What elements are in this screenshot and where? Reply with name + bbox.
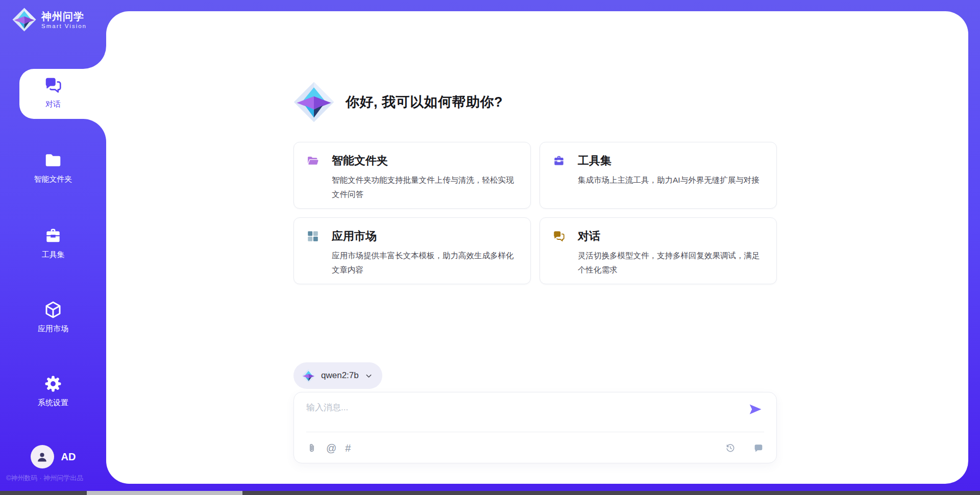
attach-file-button[interactable] xyxy=(306,442,317,454)
tab-fillet-bottom xyxy=(83,119,106,142)
history-icon xyxy=(725,442,736,454)
horizontal-scrollbar-thumb[interactable] xyxy=(87,491,242,495)
message-composer: @ # xyxy=(293,392,777,463)
sidebar-item-settings[interactable]: 系统设置 xyxy=(0,374,106,408)
card-description: 智能文件夹功能支持批量文件上传与清洗，轻松实现文件问答 xyxy=(306,173,517,202)
card-title: 工具集 xyxy=(578,153,611,168)
model-name: qwen2:7b xyxy=(321,370,359,381)
feature-cards: 智能文件夹 智能文件夹功能支持批量文件上传与清洗，轻松实现文件问答 工具集 集成… xyxy=(293,142,777,284)
sidebar-item-smart-folder[interactable]: 智能文件夹 xyxy=(0,151,106,184)
greeting-block: 你好, 我可以如何帮助你? xyxy=(293,82,503,122)
brand-diamond-icon xyxy=(302,369,315,383)
grid-icon xyxy=(306,230,320,243)
card-description: 集成市场上主流工具，助力AI与外界无缝扩展与对接 xyxy=(552,173,763,187)
user-name: AD xyxy=(61,451,76,463)
toolbox-icon xyxy=(552,154,566,167)
send-button[interactable] xyxy=(748,402,763,417)
card-description: 灵活切换多模型文件，支持多样回复效果调试，满足个性化需求 xyxy=(552,249,763,277)
brand-diamond-icon xyxy=(293,82,334,122)
copyright-text: ©神州数码 · 神州问学出品 xyxy=(6,474,83,483)
card-title: 应用市场 xyxy=(332,229,377,244)
brand-name: 神州问学 xyxy=(41,11,87,22)
card-app-market[interactable]: 应用市场 应用市场提供丰富长文本模板，助力高效生成多样化文章内容 xyxy=(293,217,531,284)
avatar xyxy=(31,445,54,468)
chevron-down-icon xyxy=(364,372,373,380)
sidebar-item-label: 对话 xyxy=(45,100,61,109)
tab-fillet-top xyxy=(83,46,106,69)
at-icon[interactable]: @ xyxy=(326,443,336,453)
card-smart-folder[interactable]: 智能文件夹 智能文件夹功能支持批量文件上传与清洗，轻松实现文件问答 xyxy=(293,142,531,209)
hash-icon[interactable]: # xyxy=(345,443,351,453)
cube-icon xyxy=(43,300,63,319)
chat-bubble-icon xyxy=(753,442,764,454)
greeting-title: 你好, 我可以如何帮助你? xyxy=(346,93,503,111)
card-toolbox[interactable]: 工具集 集成市场上主流工具，助力AI与外界无缝扩展与对接 xyxy=(540,142,777,209)
composer-divider xyxy=(306,432,764,432)
horizontal-scrollbar-track[interactable] xyxy=(0,491,980,495)
model-selector[interactable]: qwen2:7b xyxy=(293,362,382,389)
toolbox-icon xyxy=(43,226,63,245)
sidebar-item-label: 应用市场 xyxy=(38,324,68,334)
sidebar: 神州问学 Smart Vision 对话 智能文件夹 工具集 xyxy=(0,0,106,495)
card-chat[interactable]: 对话 灵活切换多模型文件，支持多样回复效果调试，满足个性化需求 xyxy=(540,217,777,284)
folder-open-icon xyxy=(306,154,320,167)
chat-icon xyxy=(552,230,566,243)
chat-icon xyxy=(43,76,63,95)
sidebar-item-chat[interactable]: 对话 xyxy=(0,76,106,109)
card-title: 对话 xyxy=(578,229,600,244)
sidebar-item-label: 系统设置 xyxy=(38,398,68,408)
gear-icon xyxy=(43,374,63,393)
sidebar-item-label: 智能文件夹 xyxy=(34,175,72,184)
person-icon xyxy=(35,450,49,464)
sidebar-item-app-market[interactable]: 应用市场 xyxy=(0,300,106,334)
app-window: 神州问学 Smart Vision 对话 智能文件夹 工具集 xyxy=(0,0,980,495)
feedback-button[interactable] xyxy=(753,442,764,454)
card-title: 智能文件夹 xyxy=(332,153,388,168)
folder-icon xyxy=(43,151,63,170)
history-button[interactable] xyxy=(725,442,736,454)
sidebar-item-label: 工具集 xyxy=(42,250,65,260)
message-input[interactable] xyxy=(306,403,736,413)
user-profile[interactable]: AD xyxy=(0,445,106,468)
paperclip-icon xyxy=(306,442,317,454)
brand-subtitle: Smart Vision xyxy=(41,23,87,29)
send-icon xyxy=(748,402,763,417)
card-description: 应用市场提供丰富长文本模板，助力高效生成多样化文章内容 xyxy=(306,249,517,277)
sidebar-item-toolbox[interactable]: 工具集 xyxy=(0,226,106,260)
brand-diamond-icon xyxy=(12,8,36,32)
brand-logo: 神州问学 Smart Vision xyxy=(12,8,87,32)
